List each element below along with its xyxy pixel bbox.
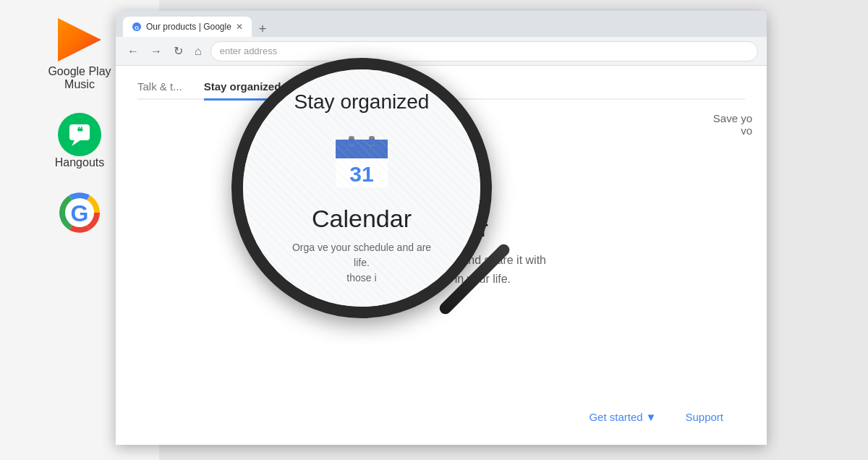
play-music-label: Google Play [48, 65, 111, 78]
get-started-label: Get started [589, 411, 642, 423]
get-started-button[interactable]: Get started ▼ [589, 411, 656, 423]
glass-background [243, 69, 480, 307]
home-button[interactable]: ⌂ [192, 43, 205, 59]
nav-tab-talk[interactable]: Talk & t... [137, 80, 182, 93]
mag-desc-gap [315, 242, 318, 253]
browser-tab-bar: G Our products | Google ✕ + [116, 11, 767, 37]
hangouts-label: Hangouts [55, 156, 105, 169]
back-button[interactable]: ← [124, 43, 142, 59]
google-g-icon: G G [58, 191, 101, 234]
vo-text: vo [713, 124, 752, 137]
reload-button[interactable]: ↻ [171, 43, 186, 59]
magnifier-glass: Stay organized [231, 58, 492, 318]
dropdown-arrow: ▼ [646, 411, 657, 423]
tab-favicon: G [132, 22, 142, 32]
hangouts-icon: ❝ [58, 113, 101, 156]
play-music-icon [54, 14, 105, 65]
svg-text:G: G [71, 200, 89, 226]
svg-text:G: G [135, 25, 139, 31]
save-text: Save yo [713, 112, 752, 124]
support-link[interactable]: Support [685, 411, 723, 423]
svg-marker-2 [72, 140, 80, 146]
active-tab[interactable]: G Our products | Google ✕ [123, 17, 252, 37]
new-tab-button[interactable]: + [255, 22, 271, 37]
tab-title: Our products | Google [146, 22, 231, 32]
svg-marker-0 [58, 18, 101, 61]
bottom-links: Get started ▼ Support [589, 411, 723, 423]
magnifier: Stay organized [231, 58, 535, 362]
right-side-text: Save yo vo [713, 112, 752, 137]
forward-button[interactable]: → [148, 43, 165, 59]
address-placeholder: enter address [220, 46, 278, 56]
tab-close-button[interactable]: ✕ [236, 22, 243, 32]
mag-desc-gap2 [414, 242, 417, 253]
play-music-label2: Music [64, 78, 95, 91]
tab-container: G Our products | Google ✕ + [123, 11, 271, 37]
svg-text:❝: ❝ [77, 126, 83, 138]
